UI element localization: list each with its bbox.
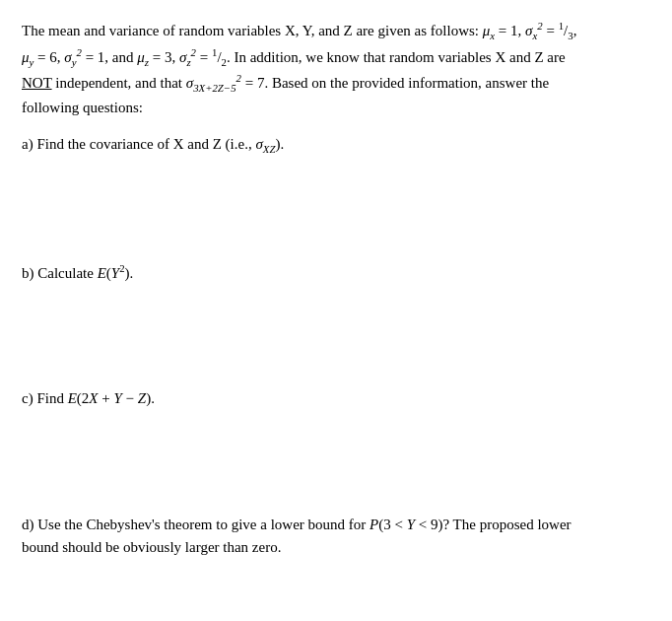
spacing-b: [22, 285, 650, 374]
intro-text-line2: μy = 6, σy2 = 1, and μz = 3, σz2 = 1/2. …: [22, 49, 566, 65]
question-d-label: d) Use the Chebyshev's theorem to give a…: [22, 517, 571, 532]
question-a: a) Find the covariance of X and Z (i.e.,…: [22, 133, 650, 158]
question-d: d) Use the Chebyshev's theorem to give a…: [22, 514, 650, 560]
question-b-label: b) Calculate E(Y2).: [22, 265, 133, 281]
question-b: b) Calculate E(Y2).: [22, 260, 650, 285]
intro-text-line1: The mean and variance of random variable…: [22, 23, 576, 38]
not-text: NOT: [22, 75, 52, 91]
main-content: The mean and variance of random variable…: [22, 18, 650, 559]
spacing-c: [22, 411, 650, 500]
question-d-line2: bound should be obviously larger than ze…: [22, 539, 281, 555]
spacing-a: [22, 158, 650, 246]
intro-text-line3: NOT independent, and that σ3X+2Z−52 = 7.…: [22, 75, 549, 91]
intro-text-line4: following questions:: [22, 100, 143, 115]
intro-paragraph: The mean and variance of random variable…: [22, 18, 650, 119]
question-c: c) Find E(2X + Y − Z).: [22, 387, 650, 410]
question-c-label: c) Find E(2X + Y − Z).: [22, 390, 155, 406]
question-a-label: a) Find the covariance of X and Z (i.e.,…: [22, 136, 284, 152]
